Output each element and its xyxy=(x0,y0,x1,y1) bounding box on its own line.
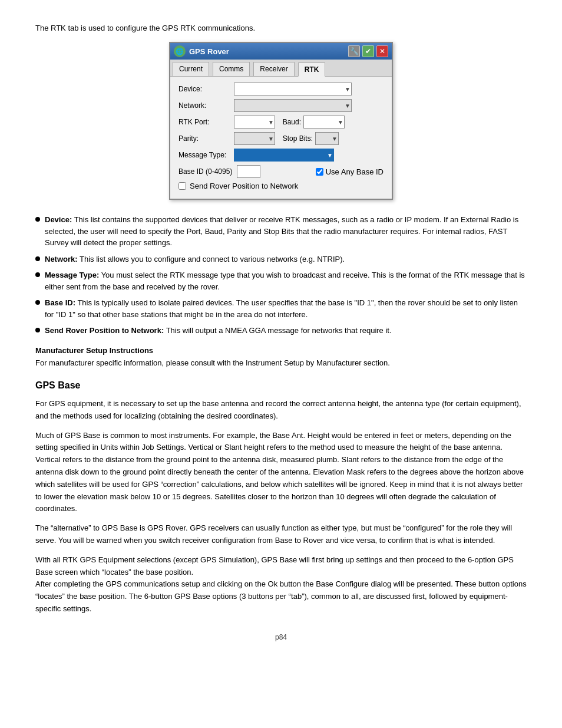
close-button[interactable]: ✕ xyxy=(376,45,388,57)
bullet-term-msgtype: Message Type: xyxy=(45,271,99,279)
tab-receiver[interactable]: Receiver xyxy=(253,62,294,76)
manufacturer-title: Manufacturer Setup Instructions xyxy=(35,346,527,355)
ok-button[interactable]: ✔ xyxy=(362,45,374,57)
use-any-base-checkbox[interactable] xyxy=(316,168,323,176)
baud-input[interactable]: 19200 xyxy=(303,116,345,129)
bullet-dot xyxy=(35,272,40,277)
gps-rover-dialog: 🌐 GPS Rover 🔧 ✔ ✕ Current Comms Receiver… xyxy=(169,42,393,200)
gps-base-section: GPS Base For GPS equipment, it is necess… xyxy=(35,380,527,615)
dialog-tabs: Current Comms Receiver RTK xyxy=(170,60,392,77)
msgtype-label: Message Type: xyxy=(178,151,232,159)
baud-label: Baud: xyxy=(277,118,301,126)
bullet-item-device: Device: This list contains the supported… xyxy=(35,214,527,249)
send-rover-row: Send Rover Position to Network xyxy=(178,182,384,190)
dialog-title-buttons: 🔧 ✔ ✕ xyxy=(348,45,388,57)
stopbits-label: Stop Bits: xyxy=(277,134,313,143)
bullet-text-device: Device: This list contains the supported… xyxy=(45,214,527,249)
gps-base-para-1: For GPS equipment, it is necessary to se… xyxy=(35,398,527,423)
baseid-row: Base ID (0-4095) Use Any Base ID xyxy=(178,165,384,178)
bullet-section: Device: This list contains the supported… xyxy=(35,214,527,337)
bullet-dot xyxy=(35,256,40,261)
bullet-dot xyxy=(35,300,40,305)
baseid-label: Base ID (0-4095) xyxy=(178,167,232,176)
gps-base-para-3: The “alternative” to GPS Base is GPS Rov… xyxy=(35,522,527,547)
parity-stopbits-row: Parity: None ▼ Stop Bits: 1 ▼ xyxy=(178,132,384,145)
send-rover-label: Send Rover Position to Network xyxy=(190,182,298,190)
manufacturer-section: Manufacturer Setup Instructions For manu… xyxy=(35,346,527,369)
gps-base-para-2: Much of GPS Base is common to most instr… xyxy=(35,430,527,516)
bullet-item-network: Network: This list allows you to configu… xyxy=(35,253,527,265)
gps-base-heading: GPS Base xyxy=(35,380,527,391)
rtkport-label: RTK Port: xyxy=(178,118,232,126)
device-select-wrapper: Cable or Generic Device ▼ xyxy=(234,83,352,95)
network-input[interactable]: None xyxy=(234,99,352,112)
use-any-base-label: Use Any Base ID xyxy=(326,167,384,176)
device-row: Device: Cable or Generic Device ▼ xyxy=(178,83,384,95)
bullet-item-baseid: Base ID: This is typically used to isola… xyxy=(35,297,527,320)
bullet-item-msgtype: Message Type: You must select the RTK me… xyxy=(35,269,527,292)
parity-label: Parity: xyxy=(178,134,232,143)
parity-input[interactable]: None xyxy=(234,132,275,145)
stopbits-select-wrapper: 1 ▼ xyxy=(315,132,339,145)
bullet-term-sendrover: Send Rover Position to Network: xyxy=(45,326,164,335)
bullet-text-msgtype: Message Type: You must select the RTK me… xyxy=(45,269,527,292)
msgtype-select-wrapper: RTCM V3.0 ▼ xyxy=(234,149,334,162)
tab-current[interactable]: Current xyxy=(173,62,209,76)
dialog-titlebar: 🌐 GPS Rover 🔧 ✔ ✕ xyxy=(170,43,392,60)
network-label: Network: xyxy=(178,101,232,110)
stopbits-input[interactable]: 1 xyxy=(315,132,339,145)
device-label: Device: xyxy=(178,85,232,93)
rtkport-baud-row: RTK Port: COM 2 ▼ Baud: 19200 ▼ xyxy=(178,116,384,129)
baseid-input[interactable] xyxy=(237,165,260,178)
page-number: p84 xyxy=(275,633,287,641)
bullet-term-baseid: Base ID: xyxy=(45,298,75,307)
dialog-title-left: 🌐 GPS Rover xyxy=(174,45,229,57)
manufacturer-text: For manufacturer specific information, p… xyxy=(35,357,527,369)
bullet-text-baseid: Base ID: This is typically used to isola… xyxy=(45,297,527,320)
tool-button[interactable]: 🔧 xyxy=(348,45,360,57)
gps-icon: 🌐 xyxy=(174,45,186,57)
network-select-wrapper: None ▼ xyxy=(234,99,352,112)
device-input[interactable]: Cable or Generic Device xyxy=(234,83,352,95)
bullet-dot xyxy=(35,328,40,332)
dialog-title-text: GPS Rover xyxy=(189,47,229,56)
bullet-term-device: Device: xyxy=(45,215,72,224)
rtkport-select-wrapper: COM 2 ▼ xyxy=(234,116,275,129)
dialog-wrapper: 🌐 GPS Rover 🔧 ✔ ✕ Current Comms Receiver… xyxy=(35,42,527,200)
rtkport-input[interactable]: COM 2 xyxy=(234,116,275,129)
msgtype-row: Message Type: RTCM V3.0 ▼ xyxy=(178,149,384,162)
dialog-body: Device: Cable or Generic Device ▼ Networ… xyxy=(170,77,392,199)
bullet-text-sendrover: Send Rover Position to Network: This wil… xyxy=(45,325,392,337)
parity-select-wrapper: None ▼ xyxy=(234,132,275,145)
intro-text: The RTK tab is used to configure the GPS… xyxy=(35,24,527,32)
bullet-term-network: Network: xyxy=(45,255,78,263)
send-rover-checkbox[interactable] xyxy=(178,182,186,190)
tab-rtk[interactable]: RTK xyxy=(298,62,326,77)
gps-base-para-4: With all RTK GPS Equipment selections (e… xyxy=(35,554,527,615)
bullet-text-network: Network: This list allows you to configu… xyxy=(45,253,345,265)
bullet-item-sendrover: Send Rover Position to Network: This wil… xyxy=(35,325,527,337)
msgtype-input[interactable]: RTCM V3.0 xyxy=(234,149,334,162)
baud-select-wrapper: 19200 ▼ xyxy=(303,116,345,129)
bullet-dot xyxy=(35,217,40,222)
network-row: Network: None ▼ xyxy=(178,99,384,112)
tab-comms[interactable]: Comms xyxy=(213,62,250,76)
page-footer: p84 xyxy=(35,633,527,641)
